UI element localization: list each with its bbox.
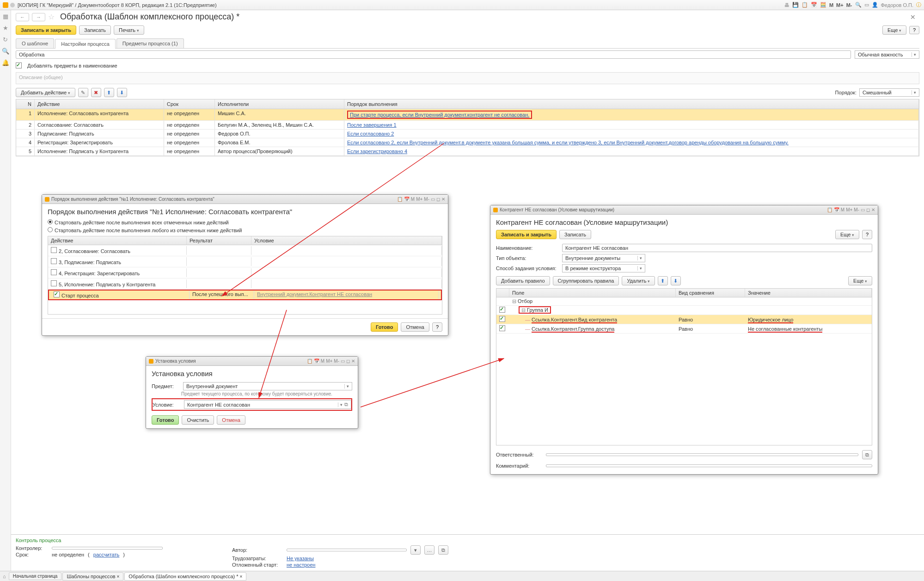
rule-type-select[interactable]: Внутренние документы▾ — [562, 254, 645, 262]
app-logo-icon — [3, 2, 8, 8]
rules-row-group[interactable]: ⊟ Группа И — [496, 306, 872, 315]
rules-row[interactable]: — Ссылка.Контрагент.Вид контрагентаРавно… — [496, 315, 872, 324]
close-page-icon[interactable]: ✕ — [910, 13, 916, 21]
grid-row[interactable]: 3Подписание: Подписатьне определенФедоро… — [16, 130, 919, 138]
print-button[interactable]: Печать — [114, 25, 144, 35]
edit-icon[interactable]: ✎ — [78, 88, 88, 97]
search-tool-icon[interactable]: 🔍 — [855, 2, 862, 8]
close-icon[interactable]: ✕ — [441, 197, 445, 202]
fav-star-icon[interactable]: ☆ — [48, 12, 55, 21]
m-minus-icon[interactable]: M- — [846, 2, 852, 8]
deferred-link[interactable]: не настроен — [287, 562, 315, 568]
subgrid-row[interactable]: 3, Подписание: Подписать — [48, 256, 442, 267]
m-icon[interactable]: M — [829, 2, 833, 8]
rule-down-icon[interactable]: ⬇ — [671, 276, 681, 285]
save-icon[interactable]: 💾 — [792, 2, 799, 8]
home-icon[interactable]: ⌂ — [3, 574, 6, 579]
rule-dialog-titlebar[interactable]: Контрагент НЕ согласован (Условие маршру… — [490, 205, 878, 215]
comment-input[interactable] — [546, 464, 872, 467]
help-button[interactable]: ? — [909, 26, 919, 34]
footer-tab-current[interactable]: Обработка (Шаблон комплексного процесса)… — [124, 572, 246, 581]
bell-icon[interactable]: 🔔 — [2, 59, 9, 66]
cond-done-button[interactable]: Готово — [152, 415, 179, 425]
rules-row-selection[interactable]: ⊟ Отбор — [496, 297, 872, 306]
calendar-icon[interactable]: 📅 — [811, 2, 817, 8]
radio-all[interactable] — [48, 219, 53, 224]
rule-save-close-button[interactable]: Записать и закрыть — [496, 230, 557, 239]
tab-about[interactable]: О шаблоне — [16, 38, 54, 48]
rule-up-icon[interactable]: ⬆ — [658, 276, 668, 285]
search-icon[interactable]: 🔍 — [2, 48, 9, 55]
footer-tab-templates[interactable]: Шаблоны процессов × — [62, 572, 123, 581]
move-down-icon[interactable]: ⬇ — [117, 88, 127, 97]
subgrid-row-start[interactable]: Старт процесса После успешного вып... Вн… — [48, 290, 442, 300]
order-select[interactable]: Смешанный▾ — [859, 88, 919, 97]
add-action-button[interactable]: Добавить действие — [16, 88, 75, 97]
description-input[interactable]: Описание (общее) — [16, 72, 919, 84]
author-input[interactable] — [287, 549, 407, 551]
add-items-checkbox[interactable] — [16, 62, 22, 68]
min-icon[interactable]: ▭ — [431, 197, 435, 202]
cond-select[interactable]: Контрагент НЕ согласован▾⧉ — [184, 400, 351, 409]
app-title: [КОПИЯ] ГК "Меркурий" / Документооборот … — [18, 2, 784, 8]
rule-mode-select[interactable]: В режиме конструктора▾ — [562, 264, 645, 272]
nav-forward-button[interactable]: → — [32, 13, 45, 21]
subgrid-row[interactable]: 4, Регистрация: Зарегистрировать — [48, 267, 442, 278]
save-close-button[interactable]: Записать и закрыть — [16, 25, 76, 35]
grid-row[interactable]: 2Согласование: Согласоватьне определенБе… — [16, 121, 919, 130]
tab-items[interactable]: Предметы процесса (1) — [116, 38, 184, 48]
cond-dialog-titlebar[interactable]: Установка условия 📋📅MM+M-▭◻✕ — [146, 357, 358, 366]
grid-row[interactable]: 1 Исполнение: Согласовать контрагента не… — [16, 109, 919, 121]
star-icon[interactable]: ★ — [3, 25, 8, 31]
radio-any[interactable] — [48, 227, 53, 232]
history-icon[interactable]: ↻ — [3, 36, 8, 43]
open-icon[interactable]: ⧉ — [862, 450, 872, 459]
info-icon[interactable]: ⓘ — [916, 1, 921, 8]
close-icon[interactable]: ✕ — [351, 358, 355, 364]
grid-row[interactable]: 4Регистрация: Зарегистрироватьне определ… — [16, 138, 919, 147]
add-rule-button[interactable]: Добавить правило — [496, 276, 550, 285]
max-icon[interactable]: ◻ — [436, 197, 440, 202]
rules-row[interactable]: — Ссылка.Контрагент.Группа доступаРавноН… — [496, 324, 872, 334]
order-done-button[interactable]: Готово — [371, 322, 398, 332]
calc-icon[interactable]: 🧮 — [820, 2, 826, 8]
close-icon[interactable]: ✕ — [871, 207, 875, 212]
calc-link[interactable]: рассчитать — [93, 552, 120, 557]
footer-tab-home[interactable]: Начальная страница — [9, 572, 62, 580]
apps-icon[interactable]: ▦ — [3, 13, 8, 20]
order-help-button[interactable]: ? — [432, 322, 442, 332]
print-icon[interactable]: 🖶 — [784, 2, 789, 8]
order-dialog-titlebar[interactable]: Порядок выполнения действия "№1 Исполнен… — [42, 195, 448, 204]
order-cancel-button[interactable]: Отмена — [401, 322, 429, 332]
delete-icon[interactable]: ✖ — [91, 88, 101, 97]
copy-icon[interactable]: 📋 — [802, 2, 808, 8]
cond-dialog: Установка условия 📋📅MM+M-▭◻✕ Установка у… — [146, 356, 358, 429]
name-input[interactable]: Обработка — [16, 50, 851, 59]
labor-link[interactable]: Не указаны — [287, 556, 314, 561]
rule-list-more-button[interactable]: Еще — [848, 276, 872, 285]
importance-select[interactable]: Обычная важность▾ — [855, 50, 919, 59]
cond-clear-button[interactable]: Очистить — [182, 415, 214, 425]
rule-save-button[interactable]: Записать — [559, 230, 591, 239]
rule-more-button[interactable]: Еще — [835, 230, 859, 239]
more-button[interactable]: Еще — [882, 25, 906, 35]
delete-rule-button[interactable]: Удалить — [622, 276, 655, 285]
subject-select[interactable]: Внутренний документ▾ — [183, 382, 352, 390]
rule-name-input[interactable]: Контрагент НЕ согласован — [562, 244, 872, 252]
save-button[interactable]: Записать — [79, 25, 111, 35]
windows-icon[interactable]: ▭ — [864, 2, 869, 8]
tab-settings[interactable]: Настройки процесса — [55, 39, 116, 49]
nav-back-button[interactable]: ← — [16, 13, 29, 21]
responsible-input[interactable] — [546, 453, 858, 456]
move-up-icon[interactable]: ⬆ — [104, 88, 114, 97]
subgrid-row[interactable]: 5, Исполнение: Подписать у Контрагента — [48, 278, 442, 290]
subgrid-row[interactable]: 2, Согласование: Согласовать — [48, 245, 442, 256]
col-n: N — [16, 99, 35, 109]
group-rules-button[interactable]: Сгруппировать правила — [553, 276, 619, 285]
rule-help-button[interactable]: ? — [862, 230, 872, 239]
subject-hint: Предмет текущего процесса, по которому б… — [181, 391, 352, 396]
cond-cancel-button[interactable]: Отмена — [217, 415, 245, 425]
grid-row[interactable]: 5Исполнение: Подписать у Контрагентане о… — [16, 147, 919, 156]
controller-input[interactable] — [52, 547, 163, 550]
m-plus-icon[interactable]: M+ — [836, 2, 844, 8]
